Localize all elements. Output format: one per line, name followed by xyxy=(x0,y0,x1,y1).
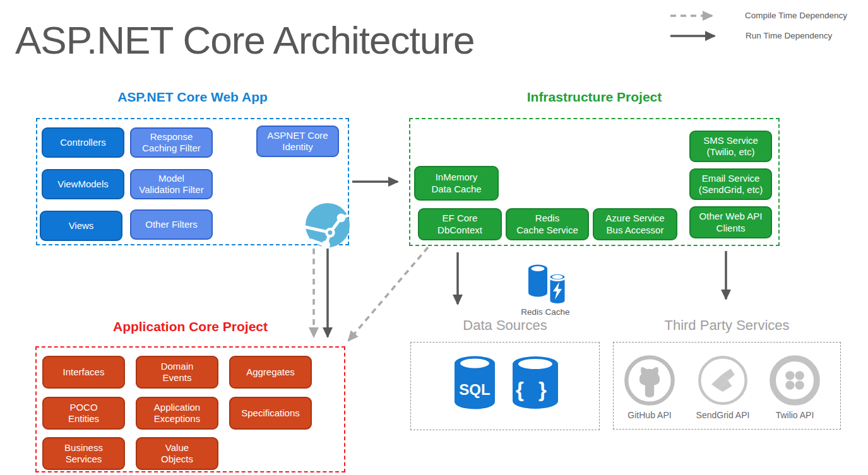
box-business-services: Business Services xyxy=(42,437,125,470)
box-azure-service-bus-accessor: Azure Service Bus Accessor xyxy=(593,208,677,240)
github-icon xyxy=(622,352,677,409)
aspnet-core-architecture-diagram: ASP.NET Core Architecture Compile Time D… xyxy=(0,0,868,475)
box-email-service: Email Service (SendGrid, etc) xyxy=(689,168,772,200)
box-ef-core-dbcontext: EF Core DbContext xyxy=(418,208,502,240)
box-inmemory-data-cache: InMemory Data Cache xyxy=(414,166,499,201)
box-poco-entities: POCO Entities xyxy=(42,397,125,430)
box-other-filters: Other Filters xyxy=(130,209,213,240)
sendgrid-api-label: SendGrid API xyxy=(685,410,761,420)
box-value-objects: Value Objects xyxy=(136,437,218,470)
box-model-validation-filter: Model Validation Filter xyxy=(130,169,213,199)
box-other-web-api-clients: Other Web API Clients xyxy=(689,206,772,238)
box-views: Views xyxy=(40,211,122,241)
sql-icon-text: SQL xyxy=(459,381,490,398)
box-sms-service: SMS Service (Twilio, etc) xyxy=(689,131,772,162)
sql-database-icon: SQL xyxy=(453,355,496,411)
nosql-database-icon: { } xyxy=(511,355,559,411)
twilio-icon xyxy=(768,352,822,409)
box-viewmodels: ViewModels xyxy=(42,169,124,199)
webapp-section-title: ASP.NET Core Web App xyxy=(36,90,349,105)
sendgrid-icon xyxy=(696,352,750,409)
box-response-caching-filter: Response Caching Filter xyxy=(130,127,213,158)
infrastructure-section-title: Infrastructure Project xyxy=(409,90,780,105)
box-controllers: Controllers xyxy=(42,127,124,158)
datasources-zone-border xyxy=(410,342,600,430)
box-specifications: Specifications xyxy=(229,397,312,430)
redis-cache-icon xyxy=(526,262,566,307)
dotnet-core-icon xyxy=(304,202,351,249)
github-api-label: GitHub API xyxy=(612,410,687,420)
appcore-section-title: Application Core Project xyxy=(35,319,345,334)
redis-cache-label: Redis Cache xyxy=(514,307,577,317)
twilio-api-label: Twilio API xyxy=(757,410,833,420)
box-application-exceptions: Application Exceptions xyxy=(136,397,218,430)
legend-runtime-label: Run Time Dependency xyxy=(746,31,832,40)
thirdparty-section-title: Third Party Services xyxy=(613,317,841,334)
box-interfaces: Interfaces xyxy=(42,356,125,389)
box-aspnet-core-identity: ASPNET Core Identity xyxy=(256,126,339,157)
box-aggregates: Aggregates xyxy=(229,356,312,389)
box-domain-events: Domain Events xyxy=(136,356,218,389)
page-title: ASP.NET Core Architecture xyxy=(15,18,474,62)
legend-compile-label: Compile Time Dependency xyxy=(745,11,847,20)
box-redis-cache-service: Redis Cache Service xyxy=(506,208,589,240)
nosql-icon-text: { } xyxy=(516,378,551,401)
datasources-section-title: Data Sources xyxy=(410,317,600,334)
